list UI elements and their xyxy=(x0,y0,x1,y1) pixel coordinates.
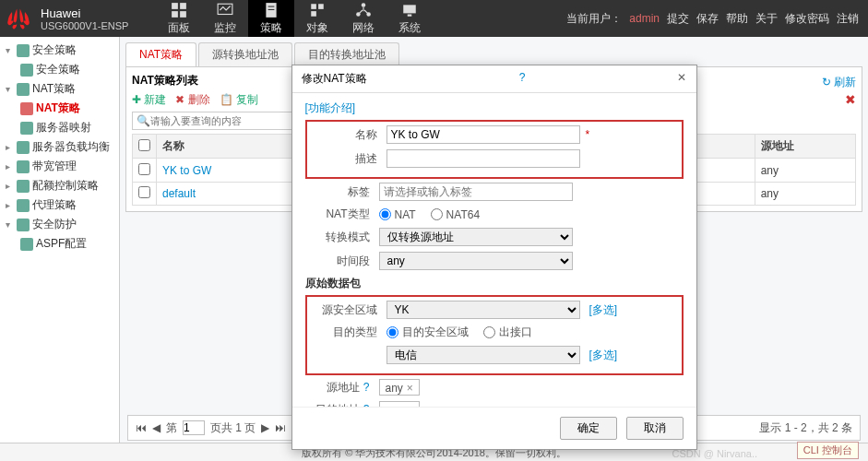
svg-rect-0 xyxy=(172,3,179,9)
tree-nat-policy[interactable]: ▾NAT策略 xyxy=(0,79,119,99)
help-icon[interactable]: ? xyxy=(363,403,370,408)
section-src: 原始数据包 xyxy=(305,276,684,291)
name-input[interactable] xyxy=(386,125,580,144)
desc-input[interactable] xyxy=(386,149,580,168)
help-icon[interactable]: ? xyxy=(363,381,370,394)
svg-rect-6 xyxy=(268,6,275,6)
src-zone-select[interactable]: YK xyxy=(386,301,580,319)
link-save[interactable]: 保存 xyxy=(696,11,719,27)
current-user-label: 当前用户： xyxy=(566,11,622,27)
cli-console[interactable]: CLI 控制台 xyxy=(797,442,859,459)
link-about[interactable]: 关于 xyxy=(755,11,778,27)
link-commit[interactable]: 提交 xyxy=(667,11,689,27)
link-logout[interactable]: 注销 xyxy=(837,11,859,27)
top-nav: 面板 监控 策略 对象 网络 系统 xyxy=(156,0,433,37)
tree-bandwidth[interactable]: ▸带宽管理 xyxy=(0,157,119,176)
svg-rect-7 xyxy=(268,8,275,9)
dialog-help-icon[interactable]: ? xyxy=(519,71,526,87)
close-icon[interactable]: ✕ xyxy=(677,71,686,87)
tree-server-map[interactable]: 服务器映射 xyxy=(0,118,119,137)
tree-security-def[interactable]: ▾安全防护 xyxy=(0,215,119,234)
nav-monitor[interactable]: 监控 xyxy=(202,0,248,37)
ok-button[interactable]: 确定 xyxy=(560,417,617,440)
header-right: 当前用户： admin 提交 保存 帮助 关于 修改密码 注销 xyxy=(566,11,859,27)
nav-dashboard[interactable]: 面板 xyxy=(156,0,202,37)
time-select[interactable]: any xyxy=(379,252,573,270)
nav-object[interactable]: 对象 xyxy=(294,0,340,37)
svg-rect-1 xyxy=(181,3,187,9)
tree-slb[interactable]: ▸服务器负载均衡 xyxy=(0,137,119,157)
dialog-title: 修改NAT策略 xyxy=(302,71,367,87)
huawei-logo xyxy=(0,0,37,37)
radio-nat[interactable]: NAT xyxy=(379,208,416,221)
radio-dst-zone[interactable]: 目的安全区域 xyxy=(386,325,469,340)
svg-rect-8 xyxy=(312,4,317,9)
more-link-1[interactable]: [多选] xyxy=(589,302,618,318)
highlight-src-box: 源安全区域YK[多选] 目的类型 目的安全区域 出接口 电信[多选] xyxy=(305,295,684,375)
svg-rect-14 xyxy=(404,5,417,13)
tree-quota[interactable]: ▸配额控制策略 xyxy=(0,176,119,195)
nav-system[interactable]: 系统 xyxy=(386,0,433,37)
tree-aspf[interactable]: ASPF配置 xyxy=(0,234,119,254)
edit-nat-dialog: 修改NAT策略 ? ✕ [功能介绍] 名称* 描述 标签 NAT类型 NAT N… xyxy=(291,65,697,450)
link-chpwd[interactable]: 修改密码 xyxy=(785,11,829,27)
svg-rect-10 xyxy=(312,11,317,17)
sidebar: ▾安全策略 安全策略 ▾NAT策略 NAT策略 服务器映射 ▸服务器负载均衡 ▸… xyxy=(0,37,120,443)
more-link-2[interactable]: [多选] xyxy=(589,348,618,363)
dst-zone-select[interactable]: 电信 xyxy=(386,346,580,364)
tree-security-policy[interactable]: ▾安全策略 xyxy=(0,41,119,60)
svg-rect-9 xyxy=(319,4,325,9)
svg-rect-3 xyxy=(181,11,187,18)
brand-title: Huawei xyxy=(41,6,128,20)
link-help[interactable]: 帮助 xyxy=(726,11,748,27)
svg-rect-15 xyxy=(408,14,412,16)
radio-out-if[interactable]: 出接口 xyxy=(483,325,532,340)
cancel-button[interactable]: 取消 xyxy=(626,417,684,440)
nav-network[interactable]: 网络 xyxy=(340,0,386,37)
svg-rect-2 xyxy=(172,11,179,18)
current-user: admin xyxy=(629,12,660,25)
radio-nat64[interactable]: NAT64 xyxy=(431,208,480,221)
chip-srcaddr[interactable]: any× xyxy=(379,379,420,396)
intro-link[interactable]: [功能介绍] xyxy=(305,101,356,114)
brand-model: USG6000V1-ENSP xyxy=(41,20,128,31)
tree-security-policy-child[interactable]: 安全策略 xyxy=(0,60,119,79)
brand: Huawei USG6000V1-ENSP xyxy=(41,6,128,31)
chip-dstaddr[interactable]: any× xyxy=(379,401,420,407)
chip-remove-icon: × xyxy=(407,382,413,395)
highlight-name-box: 名称* 描述 xyxy=(305,120,684,179)
tag-input[interactable] xyxy=(379,183,573,201)
nav-policy[interactable]: 策略 xyxy=(248,0,294,37)
conv-mode-select[interactable]: 仅转换源地址 xyxy=(379,228,573,246)
tree-proxy[interactable]: ▸代理策略 xyxy=(0,195,119,215)
tree-nat-policy-child[interactable]: NAT策略 xyxy=(0,99,119,118)
svg-point-11 xyxy=(362,3,366,7)
